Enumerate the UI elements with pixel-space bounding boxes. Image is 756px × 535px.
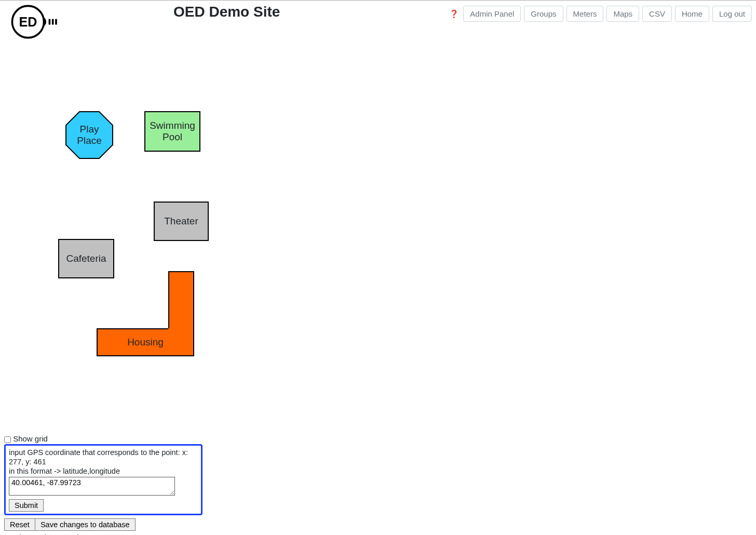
- map-calibration-canvas[interactable]: Play Place Swimming Pool Theater Cafeter…: [4, 55, 316, 377]
- building-label: Cafeteria: [66, 253, 106, 264]
- building-play-place: Play Place: [65, 111, 113, 159]
- svg-text:ED: ED: [19, 15, 37, 29]
- building-theater: Theater: [154, 202, 209, 241]
- nav-meters[interactable]: Meters: [566, 6, 604, 22]
- nav-maps[interactable]: Maps: [606, 6, 639, 22]
- nav-csv[interactable]: CSV: [642, 6, 672, 22]
- help-icon[interactable]: ❓: [449, 9, 459, 19]
- building-swimming-pool: Swimming Pool: [144, 111, 200, 152]
- nav-groups[interactable]: Groups: [524, 6, 563, 22]
- page-title: OED Demo Site: [4, 4, 449, 20]
- building-label: Theater: [164, 216, 198, 227]
- building-housing: Housing: [97, 271, 194, 356]
- nav-logout[interactable]: Log out: [712, 6, 752, 22]
- building-label: Play Place: [77, 124, 102, 146]
- nav-admin-panel[interactable]: Admin Panel: [463, 6, 521, 22]
- svg-rect-3: [52, 19, 54, 25]
- svg-rect-4: [55, 19, 57, 25]
- nav-home[interactable]: Home: [675, 6, 709, 22]
- oed-logo: ED: [9, 3, 65, 42]
- building-label: Swimming Pool: [150, 120, 195, 143]
- building-label: Housing: [127, 337, 164, 348]
- svg-rect-2: [49, 19, 51, 25]
